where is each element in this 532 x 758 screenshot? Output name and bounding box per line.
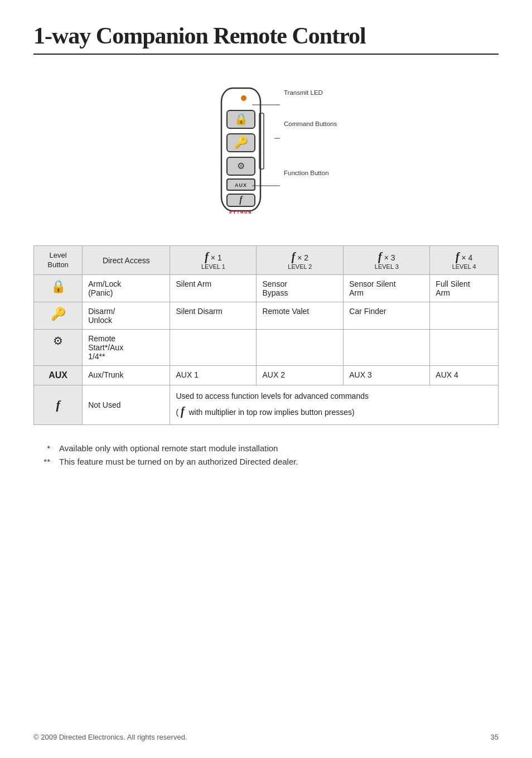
aux2-cell: AUX 2: [257, 366, 344, 385]
car-finder-cell: Car Finder: [344, 302, 430, 330]
footer-copyright: © 2009 Directed Electronics. All rights …: [33, 733, 187, 741]
table-row: f Not Used Used to access function level…: [34, 385, 499, 425]
disarm-icon-cell: 🔑: [34, 302, 83, 330]
arm-lock-cell: Arm/Lock(Panic): [83, 275, 170, 302]
transmit-led-callout: Transmit LED: [284, 87, 323, 97]
sensor-silent-arm-cell: Sensor SilentArm: [344, 275, 430, 302]
page-footer: © 2009 Directed Electronics. All rights …: [33, 733, 499, 741]
remote-start-icon-cell: ⚙: [34, 330, 83, 366]
function-icon-cell: f: [34, 385, 83, 425]
empty-cell-5: [430, 330, 499, 366]
aux1-cell: AUX 1: [170, 366, 257, 385]
disarm-unlock-cell: Disarm/Unlock: [83, 302, 170, 330]
aux3-cell: AUX 3: [344, 366, 430, 385]
footnote-2: ** This feature must be turned on by an …: [33, 455, 499, 469]
command-buttons-callout: Command Buttons: [284, 118, 337, 128]
remote-valet-cell: Remote Valet: [257, 302, 344, 330]
empty-cell-3: [257, 330, 344, 366]
footer-page-number: 35: [491, 733, 499, 741]
col-f4: f × 4 LEVEL 4: [430, 246, 499, 275]
remote-diagram: 🔒 🔑 ⚙ AUX f PYTHON: [33, 71, 499, 228]
callout-lines: [160, 83, 372, 216]
col-f2: f × 2 LEVEL 2: [257, 246, 344, 275]
footnote-star-1: *: [33, 442, 50, 455]
aux-trunk-cell: Aux/Trunk: [83, 366, 170, 385]
col-level-button: Level Button: [34, 246, 83, 275]
table-row: AUX Aux/Trunk AUX 1 AUX 2 AUX 3 AUX 4: [34, 366, 499, 385]
col-f3: f × 3 LEVEL 3: [344, 246, 430, 275]
not-used-cell: Not Used: [83, 385, 170, 425]
button-label: Button: [47, 260, 69, 269]
sensor-bypass-cell: SensorBypass: [257, 275, 344, 302]
page-title: 1-way Companion Remote Control: [33, 22, 499, 55]
level-label: Level: [50, 251, 67, 259]
footnote-1: * Available only with optional remote st…: [33, 442, 499, 455]
aux4-cell: AUX 4: [430, 366, 499, 385]
aux-icon-cell: AUX: [34, 366, 83, 385]
table-row: 🔑 Disarm/Unlock Silent Disarm Remote Val…: [34, 302, 499, 330]
table-row: ⚙ RemoteStart*/Aux1/4**: [34, 330, 499, 366]
silent-arm-cell: Silent Arm: [170, 275, 257, 302]
lock-icon-cell: 🔒: [34, 275, 83, 302]
footnote-star-2: **: [33, 455, 50, 469]
table-row: 🔒 Arm/Lock(Panic) Silent Arm SensorBypas…: [34, 275, 499, 302]
command-table: Level Button Direct Access f × 1 LEVEL 1…: [33, 245, 499, 425]
col-f1: f × 1 LEVEL 1: [170, 246, 257, 275]
footnote-text-1: Available only with optional remote star…: [59, 442, 278, 455]
empty-cell-2: [170, 330, 257, 366]
function-button-callout: Function Button: [284, 167, 329, 177]
col-direct-access: Direct Access: [83, 246, 170, 275]
remote-start-cell: RemoteStart*/Aux1/4**: [83, 330, 170, 366]
empty-cell-4: [344, 330, 430, 366]
silent-disarm-cell: Silent Disarm: [170, 302, 257, 330]
empty-cell-1: [430, 302, 499, 330]
footnote-text-2: This feature must be turned on by an aut…: [59, 455, 298, 469]
function-desc-cell: Used to access function levels for advan…: [170, 385, 499, 425]
footnotes: * Available only with optional remote st…: [33, 442, 499, 469]
full-silent-arm-cell: Full SilentArm: [430, 275, 499, 302]
